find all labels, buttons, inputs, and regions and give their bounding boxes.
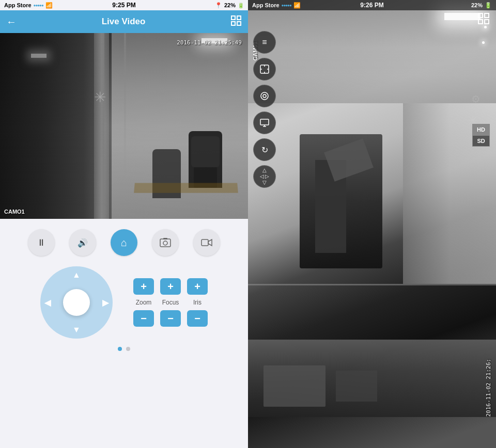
ceiling-light-2 [31, 54, 47, 58]
camera-settings-icon [259, 91, 270, 101]
left-panel: App Store ●●●●● 📶 9:25 PM 📍 22% 🔋 ← Live… [0, 0, 248, 448]
right-expand-icon [477, 12, 490, 25]
right-toolbar: ≡ ↻ [253, 31, 276, 188]
zoom-plus-button[interactable]: + [133, 278, 154, 295]
snapshot-button[interactable] [152, 229, 179, 256]
back-button[interactable]: ← [6, 16, 17, 28]
ptz-right-button[interactable]: ▶ [102, 298, 109, 308]
left-camera-view: ✳ 2016-11-02 21:25:49 CAMO1 [0, 33, 248, 219]
svg-rect-6 [163, 238, 167, 239]
toolbar-camera-button[interactable] [253, 85, 276, 107]
video-icon [201, 237, 212, 248]
svg-rect-0 [231, 16, 235, 20]
page-dot-2 [126, 347, 130, 351]
nav-title: Live Video [102, 17, 146, 27]
right-time: 9:26 PM [360, 2, 383, 9]
zoom-label: Zoom [133, 299, 154, 306]
shelf-item-1 [264, 365, 326, 407]
left-wifi-icon: 📶 [45, 2, 53, 9]
svg-rect-10 [485, 13, 489, 18]
svg-rect-7 [202, 239, 208, 246]
pause-icon: ⏸ [37, 237, 46, 248]
page-dot-1 [118, 347, 122, 351]
fisheye-light-1 [444, 13, 481, 20]
fisheye-ceiling [248, 10, 496, 103]
left-status-right: 📍 22% 🔋 [215, 2, 244, 9]
toolbar-ptz-button[interactable] [253, 58, 276, 81]
zoom-minus-button[interactable]: − [133, 310, 154, 327]
chair-1 [189, 131, 222, 188]
svg-point-5 [163, 241, 167, 245]
toolbar-ptz-nav-button[interactable]: △◁ ▷▽ [253, 165, 276, 188]
ptz-down-button[interactable]: ▼ [72, 325, 81, 334]
right-carrier: App Store [252, 2, 280, 8]
left-status-left: App Store ●●●●● 📶 [4, 2, 53, 9]
glass-decal: ✳ [94, 89, 106, 106]
svg-rect-2 [231, 22, 235, 25]
ptz-center[interactable] [63, 289, 90, 316]
glass-partition [94, 33, 109, 219]
ptz-ring: ▲ ▼ ◀ ▶ [40, 266, 113, 339]
snapshot-icon [160, 237, 171, 248]
right-battery-icon: 🔋 [485, 2, 492, 9]
video-button[interactable] [193, 229, 220, 256]
camera-label: CAMO1 [4, 209, 25, 215]
left-signal: ●●●●● [34, 3, 43, 8]
svg-rect-12 [485, 20, 489, 24]
right-wifi-icon: 📶 [293, 2, 301, 9]
left-battery: 22% [224, 2, 236, 8]
right-status-left: App Store ●●●●● 📶 [252, 2, 301, 9]
svg-point-18 [261, 92, 268, 100]
toolbar-monitor-button[interactable] [253, 111, 276, 134]
camera-feed: ✳ 2016-11-02 21:25:49 CAMO1 [0, 33, 248, 219]
nav-bar: ← Live Video [0, 10, 248, 33]
playback-controls: ⏸ 🔊 ⌂ [28, 229, 220, 256]
toolbar-menu-button[interactable]: ≡ [253, 31, 276, 54]
right-camera-timestamp: 2016-11-02 21:26: [485, 359, 492, 417]
svg-point-19 [263, 94, 266, 98]
expand-icon [230, 15, 242, 26]
hd-button[interactable]: HD [472, 124, 490, 135]
left-battery-icon: 🔋 [238, 3, 244, 8]
focus-minus-button[interactable]: − [160, 310, 181, 327]
right-panel: App Store ●●●●● 📶 9:26 PM 22% 🔋 ✳ ⚙ [248, 0, 496, 448]
hd-sd-selector: HD SD [472, 124, 490, 147]
home-button[interactable]: ⌂ [111, 229, 137, 256]
right-expand-button[interactable] [477, 12, 490, 27]
refresh-icon: ↻ [261, 145, 268, 155]
svg-rect-3 [237, 22, 241, 25]
iris-label: Iris [187, 299, 208, 306]
camera-timestamp: 2016-11-02 21:25:49 [177, 39, 242, 46]
sd-button[interactable]: SD [472, 135, 490, 147]
svg-rect-11 [478, 20, 483, 24]
ptz-up-button[interactable]: ▲ [72, 270, 81, 280]
svg-marker-8 [208, 239, 212, 246]
left-status-bar: App Store ●●●●● 📶 9:25 PM 📍 22% 🔋 [0, 0, 248, 10]
ptz-icon [259, 64, 270, 74]
volume-button[interactable]: 🔊 [69, 229, 96, 256]
expand-button[interactable] [230, 15, 242, 29]
svg-rect-20 [260, 119, 269, 125]
ptz-zoom-row: ▲ ▼ ◀ ▶ + + + Zoom Focus [0, 266, 248, 339]
shelf-item-2 [336, 371, 377, 402]
focus-plus-button[interactable]: + [160, 278, 181, 295]
iris-minus-button[interactable]: − [187, 310, 208, 327]
ptz-left-button[interactable]: ◀ [44, 298, 51, 308]
left-carrier: App Store [4, 2, 32, 8]
fisheye-camera-view: ✳ ⚙ [248, 0, 496, 448]
ptz-joystick: ▲ ▼ ◀ ▶ [40, 266, 113, 339]
right-status-right: 22% 🔋 [471, 2, 492, 9]
right-status-bar: App Store ●●●●● 📶 9:26 PM 22% 🔋 [248, 0, 496, 10]
controls-area: ⏸ 🔊 ⌂ [0, 219, 248, 448]
iris-plus-button[interactable]: + [187, 278, 208, 295]
right-battery: 22% [471, 2, 483, 8]
zfi-labels: Zoom Focus Iris [133, 299, 208, 306]
ceiling-beam [124, 33, 126, 182]
menu-icon: ≡ [262, 38, 267, 47]
pause-button[interactable]: ⏸ [28, 229, 55, 256]
corridor-left [0, 33, 104, 219]
svg-rect-1 [237, 16, 241, 20]
left-time: 9:25 PM [112, 2, 135, 9]
toolbar-refresh-button[interactable]: ↻ [253, 138, 276, 161]
left-location-icon: 📍 [215, 2, 222, 9]
